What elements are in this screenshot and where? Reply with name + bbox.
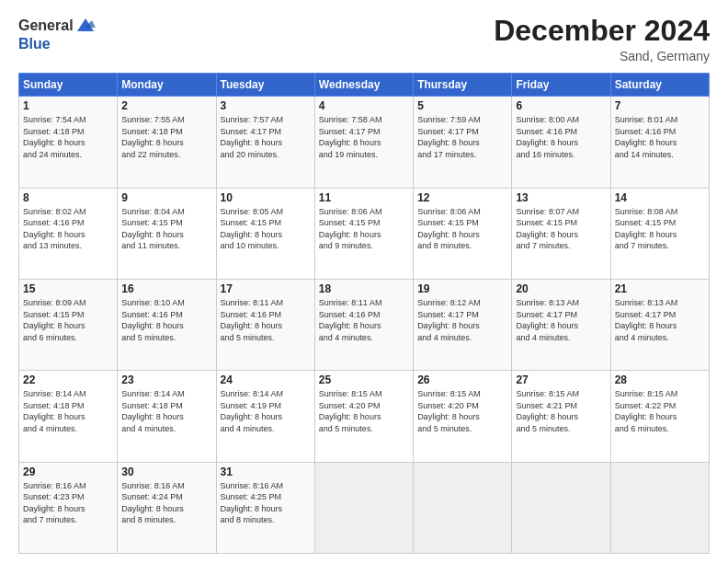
day-number: 19 <box>417 282 507 295</box>
logo: General Blue <box>18 15 96 52</box>
calendar-cell: 9Sunrise: 8:04 AMSunset: 4:15 PMDaylight… <box>118 188 216 279</box>
cell-content: Sunrise: 7:57 AMSunset: 4:17 PMDaylight:… <box>221 114 311 160</box>
day-number: 7 <box>615 99 705 112</box>
title-block: December 2024 Sand, Germany <box>494 15 710 63</box>
calendar-week-row: 22Sunrise: 8:14 AMSunset: 4:18 PMDayligh… <box>19 371 710 462</box>
cell-content: Sunrise: 8:07 AMSunset: 4:15 PMDaylight:… <box>516 206 606 252</box>
logo-blue-text: Blue <box>18 37 51 52</box>
calendar-cell: 8Sunrise: 8:02 AMSunset: 4:16 PMDaylight… <box>19 188 118 279</box>
header: General Blue December 2024 Sand, Germany <box>18 15 710 63</box>
calendar-cell: 20Sunrise: 8:13 AMSunset: 4:17 PMDayligh… <box>512 279 610 370</box>
day-number: 9 <box>121 191 211 204</box>
calendar-cell <box>314 462 413 553</box>
day-of-week-thursday: Thursday <box>414 74 512 97</box>
day-number: 29 <box>23 465 113 478</box>
cell-content: Sunrise: 8:10 AMSunset: 4:16 PMDaylight:… <box>121 297 211 343</box>
day-number: 18 <box>319 282 409 295</box>
calendar-cell: 21Sunrise: 8:13 AMSunset: 4:17 PMDayligh… <box>610 279 709 370</box>
cell-content: Sunrise: 7:55 AMSunset: 4:18 PMDaylight:… <box>121 114 211 160</box>
day-number: 15 <box>23 282 113 295</box>
cell-content: Sunrise: 8:16 AMSunset: 4:25 PMDaylight:… <box>221 480 311 526</box>
location: Sand, Germany <box>494 49 710 63</box>
day-number: 24 <box>221 373 311 386</box>
cell-content: Sunrise: 8:01 AMSunset: 4:16 PMDaylight:… <box>615 114 705 160</box>
cell-content: Sunrise: 8:06 AMSunset: 4:15 PMDaylight:… <box>417 206 507 252</box>
day-number: 4 <box>319 99 409 112</box>
calendar-week-row: 8Sunrise: 8:02 AMSunset: 4:16 PMDaylight… <box>19 188 710 279</box>
cell-content: Sunrise: 8:08 AMSunset: 4:15 PMDaylight:… <box>615 206 705 252</box>
calendar-cell: 7Sunrise: 8:01 AMSunset: 4:16 PMDaylight… <box>610 97 709 188</box>
calendar-cell: 6Sunrise: 8:00 AMSunset: 4:16 PMDaylight… <box>512 97 610 188</box>
day-of-week-sunday: Sunday <box>19 74 118 97</box>
calendar-cell: 4Sunrise: 7:58 AMSunset: 4:17 PMDaylight… <box>314 97 413 188</box>
day-number: 23 <box>121 373 211 386</box>
calendar-cell: 17Sunrise: 8:11 AMSunset: 4:16 PMDayligh… <box>216 279 314 370</box>
calendar-cell: 19Sunrise: 8:12 AMSunset: 4:17 PMDayligh… <box>414 279 512 370</box>
cell-content: Sunrise: 8:13 AMSunset: 4:17 PMDaylight:… <box>615 297 705 343</box>
calendar-cell: 1Sunrise: 7:54 AMSunset: 4:18 PMDaylight… <box>19 97 118 188</box>
cell-content: Sunrise: 8:15 AMSunset: 4:22 PMDaylight:… <box>615 388 705 434</box>
month-title: December 2024 <box>494 15 710 47</box>
day-number: 22 <box>23 373 113 386</box>
calendar-cell: 26Sunrise: 8:15 AMSunset: 4:20 PMDayligh… <box>414 371 512 462</box>
day-number: 5 <box>417 99 507 112</box>
calendar-cell: 13Sunrise: 8:07 AMSunset: 4:15 PMDayligh… <box>512 188 610 279</box>
calendar-cell: 15Sunrise: 8:09 AMSunset: 4:15 PMDayligh… <box>19 279 118 370</box>
calendar-cell <box>610 462 709 553</box>
cell-content: Sunrise: 8:16 AMSunset: 4:23 PMDaylight:… <box>23 480 113 526</box>
day-number: 6 <box>516 99 606 112</box>
cell-content: Sunrise: 8:12 AMSunset: 4:17 PMDaylight:… <box>417 297 507 343</box>
day-number: 8 <box>23 191 113 204</box>
logo-icon <box>75 15 96 35</box>
day-number: 3 <box>221 99 311 112</box>
day-number: 13 <box>516 191 606 204</box>
cell-content: Sunrise: 8:04 AMSunset: 4:15 PMDaylight:… <box>121 206 211 252</box>
calendar-cell: 12Sunrise: 8:06 AMSunset: 4:15 PMDayligh… <box>414 188 512 279</box>
day-number: 1 <box>23 99 113 112</box>
day-number: 28 <box>615 373 705 386</box>
cell-content: Sunrise: 8:05 AMSunset: 4:15 PMDaylight:… <box>221 206 311 252</box>
cell-content: Sunrise: 8:02 AMSunset: 4:16 PMDaylight:… <box>23 206 113 252</box>
cell-content: Sunrise: 8:11 AMSunset: 4:16 PMDaylight:… <box>319 297 409 343</box>
cell-content: Sunrise: 8:16 AMSunset: 4:24 PMDaylight:… <box>121 480 211 526</box>
cell-content: Sunrise: 8:14 AMSunset: 4:19 PMDaylight:… <box>221 388 311 434</box>
day-number: 31 <box>221 465 311 478</box>
day-of-week-friday: Friday <box>512 74 610 97</box>
cell-content: Sunrise: 8:14 AMSunset: 4:18 PMDaylight:… <box>23 388 113 434</box>
calendar-page: General Blue December 2024 Sand, Germany… <box>0 0 728 563</box>
calendar-cell: 31Sunrise: 8:16 AMSunset: 4:25 PMDayligh… <box>216 462 314 553</box>
calendar-cell: 25Sunrise: 8:15 AMSunset: 4:20 PMDayligh… <box>314 371 413 462</box>
calendar-cell: 27Sunrise: 8:15 AMSunset: 4:21 PMDayligh… <box>512 371 610 462</box>
day-number: 2 <box>121 99 211 112</box>
cell-content: Sunrise: 8:15 AMSunset: 4:21 PMDaylight:… <box>516 388 606 434</box>
calendar-cell: 5Sunrise: 7:59 AMSunset: 4:17 PMDaylight… <box>414 97 512 188</box>
day-of-week-monday: Monday <box>118 74 216 97</box>
calendar-cell: 30Sunrise: 8:16 AMSunset: 4:24 PMDayligh… <box>118 462 216 553</box>
calendar-cell: 16Sunrise: 8:10 AMSunset: 4:16 PMDayligh… <box>118 279 216 370</box>
calendar-cell: 10Sunrise: 8:05 AMSunset: 4:15 PMDayligh… <box>216 188 314 279</box>
cell-content: Sunrise: 7:54 AMSunset: 4:18 PMDaylight:… <box>23 114 113 160</box>
calendar-cell <box>414 462 512 553</box>
calendar-table: SundayMondayTuesdayWednesdayThursdayFrid… <box>18 73 710 554</box>
calendar-cell: 29Sunrise: 8:16 AMSunset: 4:23 PMDayligh… <box>19 462 118 553</box>
calendar-cell <box>512 462 610 553</box>
cell-content: Sunrise: 8:15 AMSunset: 4:20 PMDaylight:… <box>319 388 409 434</box>
day-number: 17 <box>221 282 311 295</box>
day-number: 20 <box>516 282 606 295</box>
day-of-week-wednesday: Wednesday <box>314 74 413 97</box>
calendar-header-row: SundayMondayTuesdayWednesdayThursdayFrid… <box>19 74 710 97</box>
cell-content: Sunrise: 7:59 AMSunset: 4:17 PMDaylight:… <box>417 114 507 160</box>
calendar-cell: 24Sunrise: 8:14 AMSunset: 4:19 PMDayligh… <box>216 371 314 462</box>
calendar-week-row: 15Sunrise: 8:09 AMSunset: 4:15 PMDayligh… <box>19 279 710 370</box>
day-of-week-tuesday: Tuesday <box>216 74 314 97</box>
calendar-cell: 2Sunrise: 7:55 AMSunset: 4:18 PMDaylight… <box>118 97 216 188</box>
day-number: 27 <box>516 373 606 386</box>
day-number: 30 <box>121 465 211 478</box>
day-number: 26 <box>417 373 507 386</box>
day-number: 10 <box>221 191 311 204</box>
calendar-cell: 14Sunrise: 8:08 AMSunset: 4:15 PMDayligh… <box>610 188 709 279</box>
cell-content: Sunrise: 8:09 AMSunset: 4:15 PMDaylight:… <box>23 297 113 343</box>
day-number: 12 <box>417 191 507 204</box>
day-number: 25 <box>319 373 409 386</box>
cell-content: Sunrise: 8:11 AMSunset: 4:16 PMDaylight:… <box>221 297 311 343</box>
